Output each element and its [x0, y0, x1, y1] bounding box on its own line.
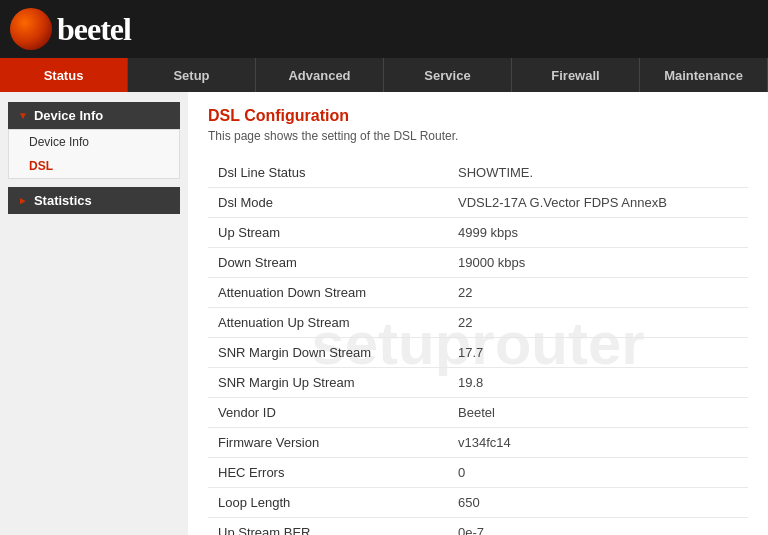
- sidebar-section-label: Device Info: [34, 108, 103, 123]
- table-row: Dsl ModeVDSL2-17A G.Vector FDPS AnnexB: [208, 188, 748, 218]
- logo-text: beetel: [57, 11, 131, 48]
- sidebar-section-label: Statistics: [34, 193, 92, 208]
- header: beetel: [0, 0, 768, 58]
- table-row: Up Stream BER0e-7: [208, 518, 748, 536]
- sidebar-section-header[interactable]: ►Statistics: [8, 187, 180, 214]
- sidebar-section: ▼Device InfoDevice InfoDSL: [8, 102, 180, 179]
- table-row: Up Stream4999 kbps: [208, 218, 748, 248]
- row-label: SNR Margin Down Stream: [208, 338, 448, 368]
- row-label: Loop Length: [208, 488, 448, 518]
- sidebar-item-device-info[interactable]: Device Info: [9, 130, 179, 154]
- row-value: VDSL2-17A G.Vector FDPS AnnexB: [448, 188, 748, 218]
- table-row: Attenuation Down Stream22: [208, 278, 748, 308]
- sidebar-submenu: Device InfoDSL: [8, 129, 180, 179]
- row-value: Beetel: [448, 398, 748, 428]
- row-value: 0e-7: [448, 518, 748, 536]
- sidebar-section: ►Statistics: [8, 187, 180, 214]
- table-row: Attenuation Up Stream22: [208, 308, 748, 338]
- row-label: SNR Margin Up Stream: [208, 368, 448, 398]
- row-label: Firmware Version: [208, 428, 448, 458]
- table-row: HEC Errors0: [208, 458, 748, 488]
- table-row: Vendor IDBeetel: [208, 398, 748, 428]
- row-value: 17.7: [448, 338, 748, 368]
- row-value: 19.8: [448, 368, 748, 398]
- row-value: v134fc14: [448, 428, 748, 458]
- chevron-right-icon: ►: [18, 195, 28, 206]
- chevron-down-icon: ▼: [18, 110, 28, 121]
- nav-item-status[interactable]: Status: [0, 58, 128, 92]
- row-label: Dsl Line Status: [208, 158, 448, 188]
- row-label: Vendor ID: [208, 398, 448, 428]
- sidebar-item-dsl[interactable]: DSL: [9, 154, 179, 178]
- row-label: Dsl Mode: [208, 188, 448, 218]
- row-value: 0: [448, 458, 748, 488]
- sidebar: ▼Device InfoDevice InfoDSL►Statistics: [0, 92, 188, 535]
- dsl-info-table: Dsl Line StatusSHOWTIME.Dsl ModeVDSL2-17…: [208, 158, 748, 535]
- row-label: Up Stream: [208, 218, 448, 248]
- row-value: 19000 kbps: [448, 248, 748, 278]
- logo-icon: [10, 8, 52, 50]
- content-area: DSL Configuration This page shows the se…: [188, 92, 768, 535]
- row-label: HEC Errors: [208, 458, 448, 488]
- nav-item-maintenance[interactable]: Maintenance: [640, 58, 768, 92]
- main-layout: ▼Device InfoDevice InfoDSL►Statistics DS…: [0, 92, 768, 535]
- page-title: DSL Configuration: [208, 107, 748, 125]
- table-row: Down Stream19000 kbps: [208, 248, 748, 278]
- row-label: Up Stream BER: [208, 518, 448, 536]
- table-row: Dsl Line StatusSHOWTIME.: [208, 158, 748, 188]
- row-value: SHOWTIME.: [448, 158, 748, 188]
- row-value: 22: [448, 278, 748, 308]
- page-description: This page shows the setting of the DSL R…: [208, 129, 748, 143]
- nav-item-setup[interactable]: Setup: [128, 58, 256, 92]
- row-value: 650: [448, 488, 748, 518]
- table-row: Loop Length650: [208, 488, 748, 518]
- table-row: SNR Margin Up Stream19.8: [208, 368, 748, 398]
- row-value: 22: [448, 308, 748, 338]
- nav-item-firewall[interactable]: Firewall: [512, 58, 640, 92]
- row-value: 4999 kbps: [448, 218, 748, 248]
- nav-item-advanced[interactable]: Advanced: [256, 58, 384, 92]
- row-label: Down Stream: [208, 248, 448, 278]
- row-label: Attenuation Down Stream: [208, 278, 448, 308]
- sidebar-section-header[interactable]: ▼Device Info: [8, 102, 180, 129]
- row-label: Attenuation Up Stream: [208, 308, 448, 338]
- navbar: StatusSetupAdvancedServiceFirewallMainte…: [0, 58, 768, 92]
- table-row: Firmware Versionv134fc14: [208, 428, 748, 458]
- nav-item-service[interactable]: Service: [384, 58, 512, 92]
- table-row: SNR Margin Down Stream17.7: [208, 338, 748, 368]
